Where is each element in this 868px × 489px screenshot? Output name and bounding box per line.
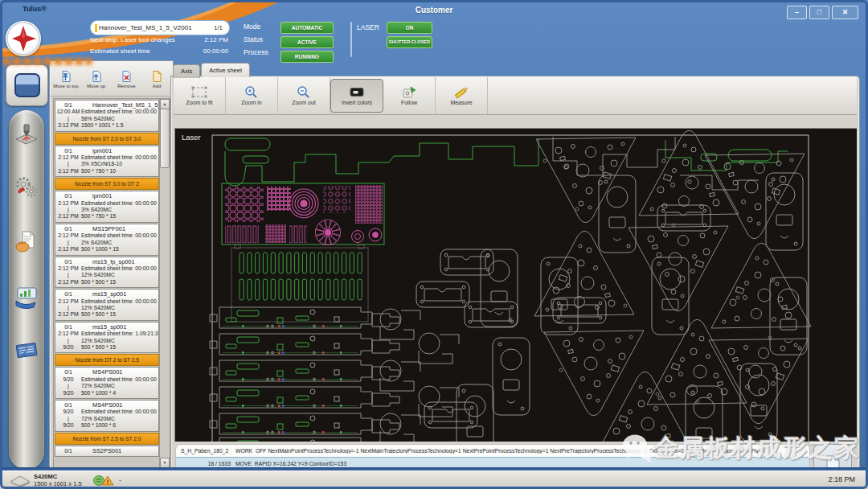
next-stop-value: 2:12 PM <box>204 36 228 43</box>
status-lamp[interactable]: ACTIVE <box>280 36 334 48</box>
job-end-time: 2:12 PM <box>55 279 81 286</box>
zoom-in-button[interactable]: Zoom in <box>226 77 278 114</box>
zoom-out-button[interactable]: Zoom out <box>278 77 330 114</box>
queue-job-item[interactable]: 0/1Hannover_Test_MS_1_5_V 12:00 AMEstima… <box>55 100 159 132</box>
job-name: ms15_sp001 <box>81 291 158 298</box>
laser-cutting-icon[interactable] <box>14 122 39 146</box>
job-time: 12:00 AM <box>55 109 81 115</box>
move-up-label: Move up <box>87 84 105 88</box>
manual-document-icon[interactable] <box>14 230 39 254</box>
job-sep: | <box>55 305 81 311</box>
report-monitor-icon[interactable] <box>14 285 39 309</box>
queue-nozzle-change[interactable]: Nozzle from DT 2 to ST 2.5 <box>55 354 159 366</box>
queue-job-item[interactable]: 0/1MS4PS001 9/20Estimated sheet time: 00… <box>55 400 159 432</box>
follow-label: Follow <box>401 100 417 106</box>
invert-colors-button[interactable]: Invert colors <box>330 79 383 113</box>
queue-job-item[interactable]: 0/1ms15_sp001 2:12 PMEstimated sheet tim… <box>55 322 159 354</box>
job-count: 0/1 <box>55 369 81 376</box>
main-body: Zoom to fit Zoom in Zoom out <box>171 76 859 472</box>
job-size: 500 * 1000 * 4 <box>81 390 158 397</box>
minimize-button[interactable]: – <box>787 6 807 19</box>
job-material: 12% S420MC <box>81 338 158 344</box>
nesting-canvas[interactable]: Laser <box>174 128 857 442</box>
follow-button[interactable]: Follow <box>383 77 436 114</box>
job-size: 500 * 500 * 15 <box>81 279 158 286</box>
invert-colors-icon <box>348 85 366 99</box>
status-label: Status <box>244 35 263 43</box>
queue-toolbar: Move to top Move up Remove Add <box>51 62 172 97</box>
job-est: Estimated sheet time: 00:00:00 <box>81 298 158 305</box>
queue-scrollbar[interactable]: ▲ ▼ <box>159 98 170 469</box>
job-count: 0/1 <box>55 291 81 298</box>
queue-nozzle-change[interactable]: Nozzle from ST 2.5 to ST 2.0 <box>55 433 159 445</box>
job-time: 2:12 PM <box>55 200 81 207</box>
queue-job-item[interactable]: 0/1lpm001 2:12 PMEstimated sheet time: 0… <box>55 146 159 178</box>
queue-job-item[interactable]: 0/1MS4PS001 9/20Estimated sheet time: 00… <box>55 367 159 399</box>
laser-on-lamp[interactable]: ON <box>387 22 432 34</box>
job-est: Estimated sheet time: 00:00:00 <box>81 109 158 115</box>
queue-nozzle-change[interactable]: Nozzle from ST 2.0 to ST 3.0 <box>55 133 159 145</box>
job-material: 72% S420MC <box>81 416 158 422</box>
add-label: Add <box>153 84 162 88</box>
process-label: Process <box>244 48 268 56</box>
move-to-top-button[interactable]: Move to top <box>51 62 81 96</box>
job-end-time: 2:12 PM <box>55 122 81 129</box>
queue-job-item[interactable]: 0/1lpm001 2:12 PMEstimated sheet time: 0… <box>55 191 159 223</box>
program-name-field[interactable]: Hannover_Test_MS_1_5_V2001 1/1 <box>90 20 230 35</box>
tab-active-sheet[interactable]: Active sheet <box>201 63 250 77</box>
close-button[interactable]: ✕ <box>832 6 858 19</box>
queue-job-item[interactable]: 0/1MS15PF001 2:12 PMEstimated sheet time… <box>55 224 159 256</box>
measure-button[interactable]: Measure <box>436 77 488 114</box>
svg-text:!: ! <box>107 479 109 486</box>
text-caret <box>95 24 97 32</box>
job-sep: | <box>55 383 81 389</box>
machine-icon <box>14 73 40 97</box>
job-count: 0/1 <box>55 102 81 109</box>
queue-job-item[interactable]: 0/1SS2PS001 <box>55 446 159 457</box>
job-name: MS4PS001 <box>81 402 158 409</box>
job-end-time: 2:12 PM <box>55 168 81 175</box>
job-count: 0/1 <box>55 193 81 199</box>
program-name: Hannover_Test_MS_1_5_V2001 <box>99 24 214 31</box>
zoom-to-fit-button[interactable]: Zoom to fit <box>174 77 226 114</box>
canvas-laser-label: Laser <box>182 133 201 142</box>
header: Tulus® Customer – □ ✕ Hannover_Test_MS_1… <box>0 0 868 61</box>
queue-nozzle-change[interactable]: Nozzle from ST 3.0 to OT 2 <box>55 178 159 190</box>
job-end-time: 9/20 <box>55 390 81 397</box>
tool-settings-icon[interactable] <box>14 175 39 199</box>
next-stop-row: Next stop: Laser tool changes 2:12 PM <box>90 36 228 43</box>
sidebar-home-button[interactable] <box>6 64 48 106</box>
job-material: 12% S420MC <box>81 272 158 278</box>
maximize-button[interactable]: □ <box>809 6 829 19</box>
estimated-time-row: Estimated sheet time 00:00:00 <box>90 47 228 55</box>
remove-button[interactable]: Remove <box>112 62 142 96</box>
job-est: Estimated sheet time: 1.09:21:3 <box>81 331 158 337</box>
tab-axis[interactable]: Axis <box>173 64 200 78</box>
job-name: ms15_fp_sp001 <box>81 259 158 265</box>
job-time: 2:12 PM <box>55 298 81 305</box>
job-count: 0/1 <box>55 402 81 409</box>
tech-card-icon[interactable] <box>14 338 39 362</box>
measure-icon <box>452 85 470 99</box>
move-up-button[interactable]: Move up <box>81 62 112 96</box>
process-lamp[interactable]: RUNNING <box>280 51 334 63</box>
job-time: 2:12 PM <box>55 331 81 337</box>
nc-row-previous[interactable]: S_H_Paben_180_2 WORK_OFF NextMainPointPr… <box>176 445 809 457</box>
job-time: 9/20 <box>55 376 81 383</box>
shutter-lamp[interactable]: SHUTTER CLOSED <box>387 36 432 48</box>
job-material: 72% S420MC <box>81 383 158 389</box>
job-count: 0/1 <box>55 324 81 331</box>
job-est: Estimated sheet time: 00:00:00 <box>81 232 158 239</box>
queue-job-item[interactable]: 0/1ms15_fp_sp001 2:12 PMEstimated sheet … <box>55 257 159 289</box>
add-icon <box>150 70 163 83</box>
add-button[interactable]: Add <box>141 62 172 96</box>
mode-label: Mode <box>244 23 260 31</box>
zoom-to-fit-icon <box>190 85 208 99</box>
mode-lamp[interactable]: AUTOMATIC <box>280 22 334 34</box>
scroll-thumb[interactable] <box>160 109 170 168</box>
job-size: 500 * 1000 * 15 <box>81 246 158 253</box>
job-size: 500 * 500 * 15 <box>81 344 158 351</box>
queue-job-item[interactable]: 0/1ms15_sp001 2:12 PMEstimated sheet tim… <box>55 289 159 321</box>
job-sep: | <box>55 116 81 122</box>
header-divider <box>350 22 352 57</box>
